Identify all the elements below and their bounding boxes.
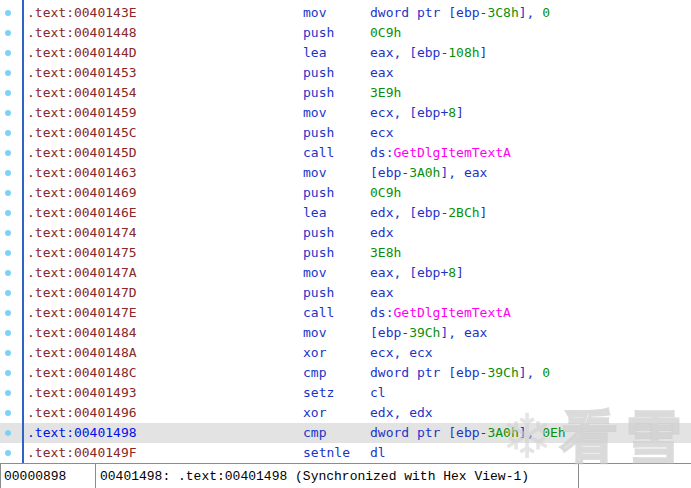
address-label: .text:0040146E: [27, 203, 303, 223]
line-dot-icon: [5, 50, 11, 56]
operand-token: 3E8h: [370, 245, 401, 260]
mnemonic: push: [303, 23, 370, 43]
line-dot-icon: [5, 190, 11, 196]
listing-row[interactable]: .text:0040145Dcallds:GetDlgItemTextA: [0, 143, 691, 163]
listing-row[interactable]: .text:0040149Fsetnledl: [0, 443, 691, 463]
address-label: .text:00401498: [27, 423, 303, 443]
address-label: .text:00401448: [27, 23, 303, 43]
line-dot-icon: [5, 430, 11, 436]
operand-token: 8: [448, 265, 456, 280]
listing-row[interactable]: .text:0040145Cpushecx: [0, 123, 691, 143]
listing-row[interactable]: .text:0040147Ecallds:GetDlgItemTextA: [0, 303, 691, 323]
operand-token: 2BCh: [448, 205, 479, 220]
line-dot-icon: [5, 410, 11, 416]
operands: cl: [370, 383, 691, 403]
operand-token: edx, [ebp-: [370, 205, 448, 220]
status-bar: 00000898 00401498: .text:00401498 (Synch…: [0, 463, 691, 488]
operand-token: cl: [370, 385, 386, 400]
line-dot-icon: [5, 250, 11, 256]
mnemonic: cmp: [303, 423, 370, 443]
operands: edx: [370, 223, 691, 243]
address-label: .text:00401453: [27, 63, 303, 83]
mnemonic: push: [303, 63, 370, 83]
listing-row[interactable]: .text:00401475push3E8h: [0, 243, 691, 263]
operand-token: ], eax: [440, 325, 487, 340]
operands: edx, edx: [370, 403, 691, 423]
listing-row[interactable]: .text:00401459movecx, [ebp+8]: [0, 103, 691, 123]
operand-token: ]: [480, 45, 488, 60]
address-label: .text:0040149F: [27, 443, 303, 463]
listing-row[interactable]: .text:0040148Ccmpdword ptr [ebp-39Ch], 0: [0, 363, 691, 383]
listing-row[interactable]: .text:0040144Dleaeax, [ebp-108h]: [0, 43, 691, 63]
mnemonic: mov: [303, 103, 370, 123]
line-dot-icon: [5, 270, 11, 276]
listing-row[interactable]: .text:0040147Amoveax, [ebp+8]: [0, 263, 691, 283]
line-dot-icon: [5, 330, 11, 336]
operand-token: 0Eh: [542, 425, 565, 440]
operand-token: 3E9h: [370, 85, 401, 100]
listing-row[interactable]: .text:00401474pushedx: [0, 223, 691, 243]
operand-token: eax, [ebp-: [370, 45, 448, 60]
line-dot-icon: [5, 30, 11, 36]
operands: 3E9h: [370, 83, 691, 103]
status-sync-message: 00401498: .text:00401498 (Synchronized w…: [96, 464, 579, 488]
line-dot-icon: [5, 310, 11, 316]
listing-row[interactable]: .text:0040146Eleaedx, [ebp-2BCh]: [0, 203, 691, 223]
operand-token: 0C9h: [370, 25, 401, 40]
listing-row[interactable]: .text:00401493setzcl: [0, 383, 691, 403]
operands: edx, [ebp-2BCh]: [370, 203, 691, 223]
line-dot-icon: [5, 130, 11, 136]
disassembly-listing[interactable]: .text:0040143Emovdword ptr [ebp-3C8h], 0…: [0, 0, 691, 463]
operand-token: ], eax: [440, 165, 487, 180]
mnemonic: setz: [303, 383, 370, 403]
listing-row[interactable]: .text:0040148Axorecx, ecx: [0, 343, 691, 363]
address-label: .text:00401459: [27, 103, 303, 123]
address-label: .text:0040148C: [27, 363, 303, 383]
operand-token: 39Ch: [487, 365, 518, 380]
mnemonic: cmp: [303, 363, 370, 383]
operand-token: 3A0h: [409, 165, 440, 180]
operands: dl: [370, 443, 691, 463]
operand-token: [ebp-: [370, 325, 409, 340]
address-label: .text:0040147E: [27, 303, 303, 323]
operands: eax, [ebp-108h]: [370, 43, 691, 63]
mnemonic: call: [303, 143, 370, 163]
listing-row[interactable]: .text:00401454push3E9h: [0, 83, 691, 103]
operand-token: ]: [456, 265, 464, 280]
listing-row[interactable]: .text:00401453pusheax: [0, 63, 691, 83]
operand-token: 39Ch: [409, 325, 440, 340]
address-label: .text:0040148A: [27, 343, 303, 363]
operands: ecx, [ebp+8]: [370, 103, 691, 123]
operands: [ebp-3A0h], eax: [370, 163, 691, 183]
operand-token: 3A0h: [487, 425, 518, 440]
operand-token: 0C9h: [370, 185, 401, 200]
listing-row[interactable]: .text:00401448push0C9h: [0, 23, 691, 43]
listing-row[interactable]: .text:00401469push0C9h: [0, 183, 691, 203]
address-label: .text:00401475: [27, 243, 303, 263]
listing-row[interactable]: .text:0040143Emovdword ptr [ebp-3C8h], 0: [0, 3, 691, 23]
operand-token: ds:: [370, 305, 393, 320]
address-label: .text:0040145C: [27, 123, 303, 143]
listing-row[interactable]: .text:0040147Dpusheax: [0, 283, 691, 303]
operands: 0C9h: [370, 183, 691, 203]
operand-token: dword ptr [ebp-: [370, 365, 487, 380]
mnemonic: push: [303, 243, 370, 263]
listing-row[interactable]: .text:00401496xoredx, edx: [0, 403, 691, 423]
line-dot-icon: [5, 370, 11, 376]
operands: ds:GetDlgItemTextA: [370, 303, 691, 323]
mnemonic: mov: [303, 323, 370, 343]
address-label: .text:00401454: [27, 83, 303, 103]
operands: [ebp-39Ch], eax: [370, 323, 691, 343]
listing-row[interactable]: .text:00401498cmpdword ptr [ebp-3A0h], 0…: [0, 423, 691, 443]
line-dot-icon: [5, 390, 11, 396]
address-label: .text:00401496: [27, 403, 303, 423]
mnemonic: push: [303, 83, 370, 103]
address-label: .text:00401493: [27, 383, 303, 403]
listing-row[interactable]: .text:00401484mov[ebp-39Ch], eax: [0, 323, 691, 343]
line-dot-icon: [5, 230, 11, 236]
listing-row[interactable]: .text:00401463mov[ebp-3A0h], eax: [0, 163, 691, 183]
ida-disassembly-view: .text:0040143Emovdword ptr [ebp-3C8h], 0…: [0, 0, 691, 488]
operands: 3E8h: [370, 243, 691, 263]
line-dot-icon: [5, 150, 11, 156]
operand-token: GetDlgItemTextA: [393, 305, 510, 320]
